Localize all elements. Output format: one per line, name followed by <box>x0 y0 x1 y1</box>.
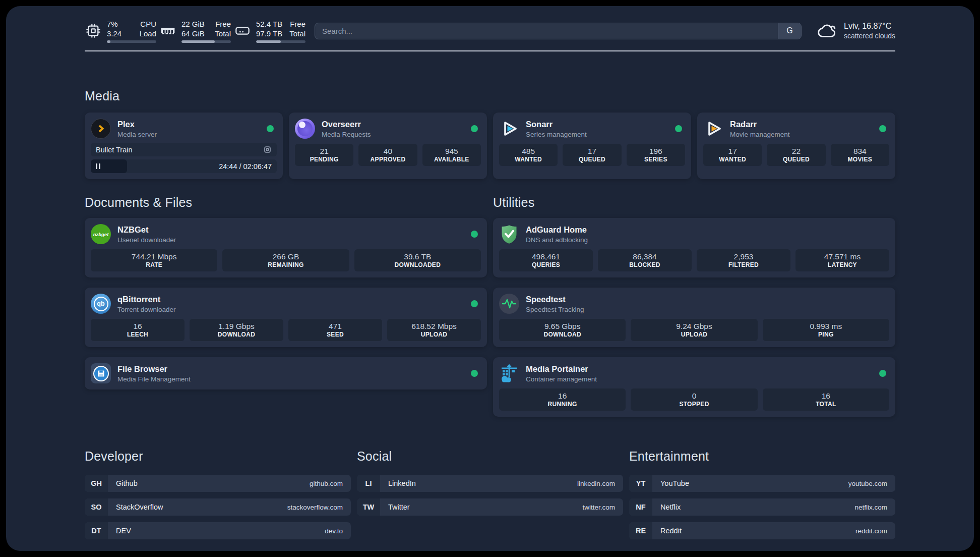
bookmark-reddit[interactable]: RE Reddit reddit.com <box>629 522 895 539</box>
playback-time: 24:44 / 02:06:47 <box>219 162 272 171</box>
stat-label: STOPPED <box>679 401 709 408</box>
stat-value: 471 <box>329 322 342 331</box>
bookmark-url: youtube.com <box>848 475 895 492</box>
device-icon <box>263 145 272 154</box>
stat-value: 40 <box>384 147 392 156</box>
memory-widget: 22 GiBFree 64 GiBTotal <box>159 19 231 43</box>
bookmark-linkedin[interactable]: LI LinkedIn linkedin.com <box>357 475 623 492</box>
stat-label: AVAILABLE <box>434 156 469 163</box>
stat-label: UPLOAD <box>421 331 447 339</box>
status-online-dot <box>675 125 682 132</box>
bookmark-name: Github <box>108 475 310 492</box>
storage-icon <box>234 22 251 39</box>
app-name: Media Portainer <box>526 364 873 374</box>
bookmark-twitter[interactable]: TW Twitter twitter.com <box>357 498 623 516</box>
stat-value: 2,953 <box>734 252 754 261</box>
header-divider <box>85 50 895 51</box>
weather-widget: Lviv, 16.87°C scattered clouds <box>817 20 895 41</box>
stat-tile-approved: 40APPROVED <box>358 144 417 166</box>
stat-value: 16 <box>822 392 830 401</box>
app-name: File Browser <box>117 364 464 374</box>
stat-tile-wanted: 485WANTED <box>499 144 558 166</box>
app-description: Media Requests <box>322 130 464 139</box>
stat-tile-available: 945AVAILABLE <box>422 144 481 166</box>
memory-progress-track <box>181 40 231 43</box>
stat-tile-queries: 498,461QUERIES <box>499 249 593 271</box>
stat-label: LEECH <box>127 331 148 339</box>
bookmark-abbr-badge: YT <box>629 475 652 492</box>
stat-tile-rate: 744.21 MbpsRATE <box>91 249 217 271</box>
adguard-icon <box>499 224 519 244</box>
stat-tile-latency: 47.571 msLATENCY <box>795 249 889 271</box>
bookmark-abbr-badge: DT <box>85 522 108 539</box>
stat-label: QUEUED <box>783 156 810 163</box>
bookmark-github[interactable]: GH Github github.com <box>85 475 351 492</box>
app-card-nzbget[interactable]: nzbget NZBGet Usenet downloader 744.21 M… <box>85 218 487 277</box>
bookmark-abbr-badge: SO <box>85 498 108 516</box>
app-card-sonarr[interactable]: Sonarr Series management 485WANTED 17QUE… <box>493 113 691 179</box>
stat-value: 47.571 ms <box>824 252 861 261</box>
stat-tile-upload: 9.24 GbpsUPLOAD <box>631 319 757 341</box>
app-card-adguard[interactable]: AdGuard Home DNS and adblocking 498,461Q… <box>493 218 895 277</box>
bookmark-url: linkedin.com <box>577 475 623 492</box>
stat-value: 945 <box>445 147 458 156</box>
bookmark-stackoverflow[interactable]: SO StackOverflow stackoverflow.com <box>85 498 351 516</box>
weather-condition: scattered clouds <box>844 31 895 40</box>
stat-value: 0 <box>692 392 697 401</box>
stat-label: PING <box>818 331 834 339</box>
app-name: Plex <box>117 119 260 129</box>
stat-value: 17 <box>588 147 596 156</box>
storage-free-value: 52.4 TB <box>256 19 282 29</box>
section-title-entertainment: Entertainment <box>629 449 895 464</box>
playback-progress-bar[interactable]: 24:44 / 02:06:47 <box>91 159 277 173</box>
bookmark-url: netflix.com <box>854 498 895 516</box>
app-name: Radarr <box>730 119 873 129</box>
bookmark-youtube[interactable]: YT YouTube youtube.com <box>629 475 895 492</box>
stat-label: SERIES <box>644 156 667 163</box>
storage-progress-fill <box>256 40 281 43</box>
app-card-filebrowser[interactable]: File Browser Media File Management <box>85 357 487 389</box>
stat-value: 485 <box>522 147 535 156</box>
app-description: DNS and adblocking <box>526 236 889 244</box>
pause-icon[interactable] <box>96 163 100 169</box>
bookmark-abbr-badge: LI <box>357 475 380 492</box>
app-card-qbittorrent[interactable]: qb qBittorrent Torrent downloader 16LEEC… <box>85 288 487 347</box>
stat-label: LATENCY <box>828 261 857 269</box>
app-name: Sonarr <box>526 119 668 129</box>
app-description: Movie management <box>730 130 873 139</box>
storage-widget: 52.4 TBFree 97.9 TBTotal <box>234 19 305 43</box>
radarr-icon <box>703 119 723 139</box>
app-description: Series management <box>526 130 668 139</box>
bookmark-dev[interactable]: DT DEV dev.to <box>85 522 351 539</box>
app-name: NZBGet <box>117 225 464 235</box>
cpu-progress-fill <box>107 40 110 43</box>
app-card-portainer[interactable]: Media Portainer Container management 16R… <box>493 357 895 417</box>
bookmark-netflix[interactable]: NF Netflix netflix.com <box>629 498 895 516</box>
stat-tile-queued: 17QUEUED <box>563 144 621 166</box>
bookmark-name: DEV <box>108 522 325 539</box>
stat-label: DOWNLOAD <box>218 331 255 339</box>
search-input[interactable] <box>315 23 778 39</box>
app-name: Speedtest <box>526 294 889 304</box>
bookmark-abbr-badge: GH <box>85 475 108 492</box>
app-name: Overseerr <box>322 119 464 129</box>
bookmark-abbr-badge: RE <box>629 522 652 539</box>
storage-total-value: 97.9 TB <box>256 29 282 38</box>
app-name: qBittorrent <box>117 294 464 304</box>
stat-value: 618.52 Mbps <box>411 322 457 331</box>
stat-value: 16 <box>558 392 567 401</box>
app-description: Usenet downloader <box>117 236 464 244</box>
stat-value: 9.24 Gbps <box>676 322 712 331</box>
nzbget-icon: nzbget <box>91 224 111 244</box>
app-card-speedtest[interactable]: Speedtest Speedtest Tracking 9.65 GbpsDO… <box>493 288 895 347</box>
stat-tile-filtered: 2,953FILTERED <box>697 249 790 271</box>
app-card-overseerr[interactable]: Overseerr Media Requests 21PENDING 40APP… <box>289 113 487 179</box>
stat-label: WANTED <box>719 156 746 163</box>
stat-label: TOTAL <box>816 401 836 408</box>
section-title-social: Social <box>357 449 623 464</box>
bookmark-name: StackOverflow <box>108 498 287 516</box>
stat-label: DOWNLOAD <box>543 331 581 339</box>
app-card-plex[interactable]: Plex Media server Bullet Train 24:44 / 0… <box>85 113 283 179</box>
app-card-radarr[interactable]: Radarr Movie management 17WANTED 22QUEUE… <box>697 113 895 179</box>
search-provider-button[interactable]: G <box>778 23 801 39</box>
